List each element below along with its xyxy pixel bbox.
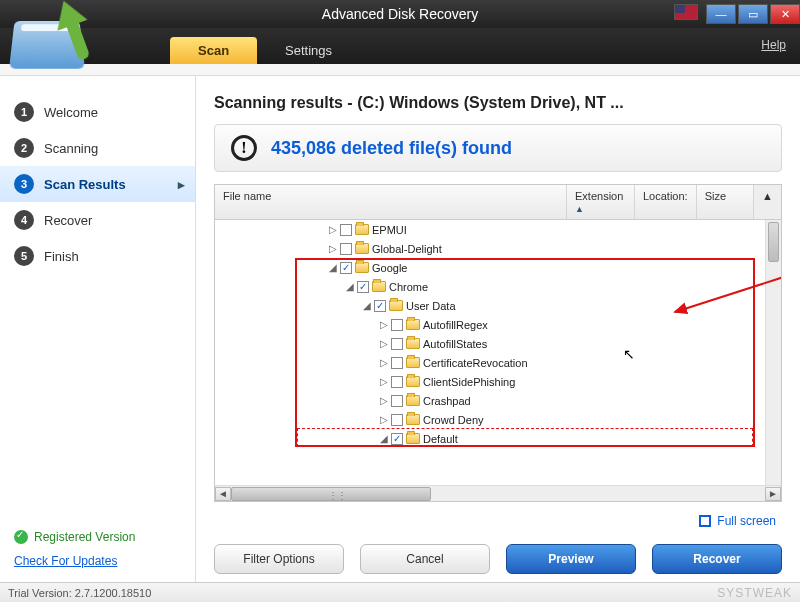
folder-icon (406, 338, 420, 349)
header-tabs: Scan Settings Help (0, 28, 800, 64)
expander-icon[interactable]: ▷ (379, 415, 388, 424)
recover-button[interactable]: Recover (652, 544, 782, 574)
results-summary: ! 435,086 deleted file(s) found (214, 124, 782, 172)
checkbox[interactable]: ✓ (391, 433, 403, 445)
tab-settings[interactable]: Settings (257, 37, 360, 64)
window-buttons: — ▭ ✕ (674, 4, 800, 24)
tree-row[interactable]: ◢✓User Data (215, 296, 781, 315)
step-finish[interactable]: 5Finish (0, 238, 195, 274)
tree-row[interactable]: ▷CertificateRevocation (215, 353, 781, 372)
checkbox[interactable] (391, 319, 403, 331)
hscroll-thumb[interactable]: ⋮⋮ (231, 487, 431, 501)
scroll-right-icon[interactable]: ► (765, 487, 781, 501)
preview-button[interactable]: Preview (506, 544, 636, 574)
checkbox[interactable]: ✓ (374, 300, 386, 312)
tree-label: Global-Delight (372, 243, 442, 255)
sidebar: 1Welcome 2Scanning 3Scan Results 4Recove… (0, 76, 196, 582)
tree-row[interactable]: ◢✓Google (215, 258, 781, 277)
flag-icon[interactable] (674, 4, 698, 20)
folder-icon (355, 262, 369, 273)
toolbar-strip (0, 64, 800, 76)
tree-row[interactable]: ▷Global-Delight (215, 239, 781, 258)
scroll-thumb[interactable] (768, 222, 779, 262)
checkbox[interactable]: ✓ (357, 281, 369, 293)
checkbox[interactable] (340, 243, 352, 255)
folder-icon (406, 395, 420, 406)
expander-icon[interactable]: ▷ (379, 320, 388, 329)
step-recover[interactable]: 4Recover (0, 202, 195, 238)
tree-label: Crashpad (423, 395, 471, 407)
folder-icon (355, 243, 369, 254)
content-area: Scanning results - (C:) Windows (System … (196, 76, 800, 582)
tree-label: CertificateRevocation (423, 357, 528, 369)
expander-icon[interactable]: ◢ (362, 301, 371, 310)
registered-status: Registered Version (14, 530, 181, 544)
scroll-corner: ▲ (754, 185, 781, 219)
step-scan-results[interactable]: 3Scan Results (0, 166, 195, 202)
horizontal-scrollbar[interactable]: ◄ ⋮⋮ ► (215, 485, 781, 501)
alert-icon: ! (231, 135, 257, 161)
tree-label: Default (423, 433, 458, 445)
tree-label: Crowd Deny (423, 414, 484, 426)
expander-icon[interactable]: ▷ (328, 244, 337, 253)
tab-scan[interactable]: Scan (170, 37, 257, 64)
folder-icon (389, 300, 403, 311)
checkbox[interactable]: ✓ (340, 262, 352, 274)
folder-icon (406, 319, 420, 330)
expander-icon[interactable]: ▷ (379, 377, 388, 386)
tree-row[interactable]: ▷AutofillStates (215, 334, 781, 353)
expander-icon[interactable]: ◢ (345, 282, 354, 291)
check-updates-link[interactable]: Check For Updates (14, 554, 117, 568)
page-title: Scanning results - (C:) Windows (System … (214, 94, 782, 112)
cancel-button[interactable]: Cancel (360, 544, 490, 574)
step-scanning[interactable]: 2Scanning (0, 130, 195, 166)
checkbox[interactable] (340, 224, 352, 236)
folder-icon (406, 357, 420, 368)
sidebar-bottom: Registered Version Check For Updates (0, 516, 195, 582)
results-count: 435,086 deleted file(s) found (271, 138, 512, 159)
close-button[interactable]: ✕ (770, 4, 800, 24)
tree-row[interactable]: ▷EPMUI (215, 220, 781, 239)
step-welcome[interactable]: 1Welcome (0, 94, 195, 130)
button-row: Filter Options Cancel Preview Recover (214, 540, 782, 574)
tree-row[interactable]: ▷Crashpad (215, 391, 781, 410)
scroll-left-icon[interactable]: ◄ (215, 487, 231, 501)
filter-options-button[interactable]: Filter Options (214, 544, 344, 574)
checkbox[interactable] (391, 376, 403, 388)
tree-body[interactable]: ▷EPMUI▷Global-Delight◢✓Google◢✓Chrome◢✓U… (215, 220, 781, 485)
checkbox[interactable] (391, 338, 403, 350)
folder-icon (355, 224, 369, 235)
version-text: Trial Version: 2.7.1200.18510 (8, 587, 151, 599)
col-filename[interactable]: File name (215, 185, 567, 219)
expander-icon[interactable]: ▷ (379, 358, 388, 367)
tree-row[interactable]: ▷ClientSidePhishing (215, 372, 781, 391)
expander-icon[interactable]: ▷ (328, 225, 337, 234)
tree-row[interactable]: ◢✓Chrome (215, 277, 781, 296)
expander-icon[interactable]: ▷ (379, 339, 388, 348)
tree-row[interactable]: ▷Crowd Deny (215, 410, 781, 429)
expander-icon[interactable]: ◢ (328, 263, 337, 272)
col-location[interactable]: Location: (635, 185, 697, 219)
fullscreen-link[interactable]: Full screen (214, 514, 782, 528)
expander-icon[interactable]: ▷ (379, 396, 388, 405)
app-logo (6, 6, 106, 76)
tree-label: Google (372, 262, 407, 274)
col-extension[interactable]: Extension ▲ (567, 185, 635, 219)
tree-row[interactable]: ▷AutofillRegex (215, 315, 781, 334)
table-header: File name Extension ▲ Location: Size ▲ (215, 185, 781, 220)
vertical-scrollbar[interactable] (765, 220, 781, 485)
tree-label: AutofillRegex (423, 319, 488, 331)
checkbox[interactable] (391, 357, 403, 369)
col-size[interactable]: Size (697, 185, 754, 219)
minimize-button[interactable]: — (706, 4, 736, 24)
maximize-button[interactable]: ▭ (738, 4, 768, 24)
help-link[interactable]: Help (761, 38, 786, 52)
expander-icon[interactable]: ◢ (379, 434, 388, 443)
checkbox[interactable] (391, 395, 403, 407)
tree-row[interactable]: ◢✓Default (215, 429, 781, 448)
tree-label: Chrome (389, 281, 428, 293)
fullscreen-icon (699, 515, 711, 527)
check-icon (14, 530, 28, 544)
checkbox[interactable] (391, 414, 403, 426)
steps-list: 1Welcome 2Scanning 3Scan Results 4Recove… (0, 76, 195, 274)
